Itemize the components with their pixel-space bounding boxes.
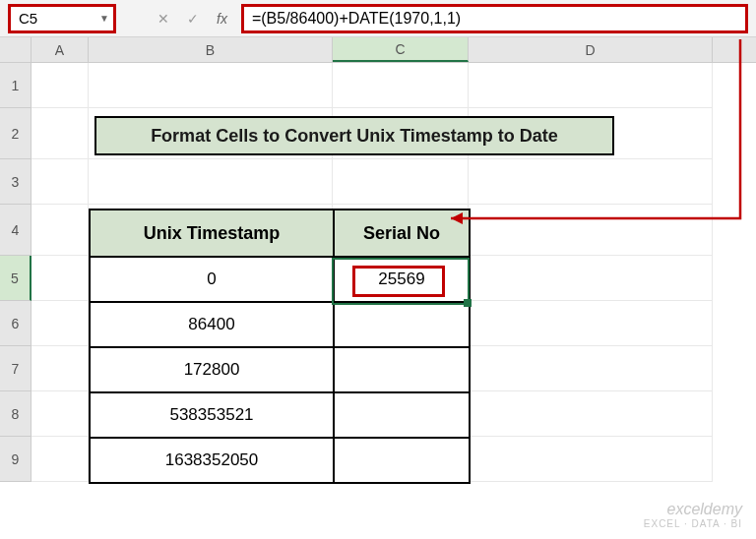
cell-unix[interactable]: 86400 bbox=[90, 302, 334, 347]
col-header-b[interactable]: B bbox=[89, 37, 333, 62]
cell[interactable] bbox=[469, 301, 713, 346]
name-box[interactable]: C5 ▼ bbox=[8, 4, 116, 33]
cell-unix[interactable]: 1638352050 bbox=[90, 438, 334, 483]
cell-serial[interactable]: 25569 bbox=[334, 257, 470, 302]
table-row: 172800 bbox=[90, 347, 470, 392]
title-text: Format Cells to Convert Unix Timestamp t… bbox=[151, 126, 558, 147]
header-serial[interactable]: Serial No bbox=[334, 210, 470, 257]
confirm-icon[interactable]: ✓ bbox=[187, 11, 199, 27]
cell[interactable] bbox=[469, 63, 713, 108]
cancel-icon[interactable]: ✕ bbox=[158, 11, 169, 27]
watermark-brand: exceldemy bbox=[644, 501, 742, 518]
cell[interactable] bbox=[32, 346, 89, 391]
formula-text: =(B5/86400)+DATE(1970,1,1) bbox=[252, 10, 461, 28]
cell[interactable] bbox=[469, 256, 713, 301]
col-header-d[interactable]: D bbox=[469, 37, 713, 62]
col-header-a[interactable]: A bbox=[32, 37, 89, 62]
cell[interactable] bbox=[469, 159, 713, 205]
cell-serial[interactable] bbox=[334, 392, 470, 438]
row-header-3[interactable]: 3 bbox=[0, 159, 32, 205]
row-header-7[interactable]: 7 bbox=[0, 346, 32, 391]
cell[interactable] bbox=[333, 63, 469, 108]
cell[interactable] bbox=[333, 159, 469, 205]
cell-serial[interactable] bbox=[334, 347, 470, 392]
column-headers: A B C D bbox=[0, 37, 756, 63]
cell-unix[interactable]: 0 bbox=[90, 257, 334, 302]
cell[interactable] bbox=[32, 108, 89, 159]
cell[interactable] bbox=[32, 205, 89, 256]
watermark: exceldemy EXCEL · DATA · BI bbox=[644, 501, 742, 529]
cell[interactable] bbox=[469, 391, 713, 437]
cell[interactable] bbox=[32, 301, 89, 346]
cell[interactable] bbox=[32, 159, 89, 205]
cell[interactable] bbox=[89, 159, 333, 205]
row-header-2[interactable]: 2 bbox=[0, 108, 32, 159]
cell[interactable] bbox=[32, 256, 89, 301]
cell[interactable] bbox=[32, 437, 89, 482]
select-all-corner[interactable] bbox=[0, 37, 32, 62]
row-header-4[interactable]: 4 bbox=[0, 205, 32, 256]
cell-unix[interactable]: 172800 bbox=[90, 347, 334, 392]
row-header-5[interactable]: 5 bbox=[0, 256, 32, 301]
fx-icon[interactable]: fx bbox=[211, 11, 241, 27]
watermark-tagline: EXCEL · DATA · BI bbox=[644, 518, 742, 529]
cell-serial[interactable] bbox=[334, 438, 470, 483]
table-row: 0 25569 bbox=[90, 257, 470, 302]
cell-unix[interactable]: 538353521 bbox=[90, 392, 334, 438]
cell[interactable] bbox=[469, 437, 713, 482]
spreadsheet: A B C D 1 2 3 4 bbox=[0, 37, 756, 482]
cell-serial[interactable] bbox=[334, 302, 470, 347]
table-row: 538353521 bbox=[90, 392, 470, 438]
col-header-c[interactable]: C bbox=[333, 37, 469, 62]
formula-bar-icons: ✕ ✓ bbox=[146, 11, 211, 27]
row-header-1[interactable]: 1 bbox=[0, 63, 32, 108]
header-unix[interactable]: Unix Timestamp bbox=[90, 210, 334, 257]
table-row: 86400 bbox=[90, 302, 470, 347]
row-header-9[interactable]: 9 bbox=[0, 437, 32, 482]
formula-bar: C5 ▼ ✕ ✓ fx =(B5/86400)+DATE(1970,1,1) bbox=[0, 0, 756, 37]
name-box-value: C5 bbox=[19, 10, 37, 27]
cell[interactable] bbox=[469, 346, 713, 391]
grid: 1 2 3 4 5 bbox=[0, 63, 756, 482]
cell[interactable] bbox=[469, 205, 713, 256]
row-header-6[interactable]: 6 bbox=[0, 301, 32, 346]
cell[interactable] bbox=[32, 391, 89, 437]
table-row: 1638352050 bbox=[90, 438, 470, 483]
title-banner: Format Cells to Convert Unix Timestamp t… bbox=[94, 116, 614, 155]
cell[interactable] bbox=[89, 63, 333, 108]
formula-input[interactable]: =(B5/86400)+DATE(1970,1,1) bbox=[241, 4, 748, 33]
row-header-8[interactable]: 8 bbox=[0, 391, 32, 437]
data-table: Unix Timestamp Serial No 0 25569 86400 1… bbox=[89, 209, 471, 484]
chevron-down-icon[interactable]: ▼ bbox=[99, 13, 109, 24]
cell[interactable] bbox=[32, 63, 89, 108]
